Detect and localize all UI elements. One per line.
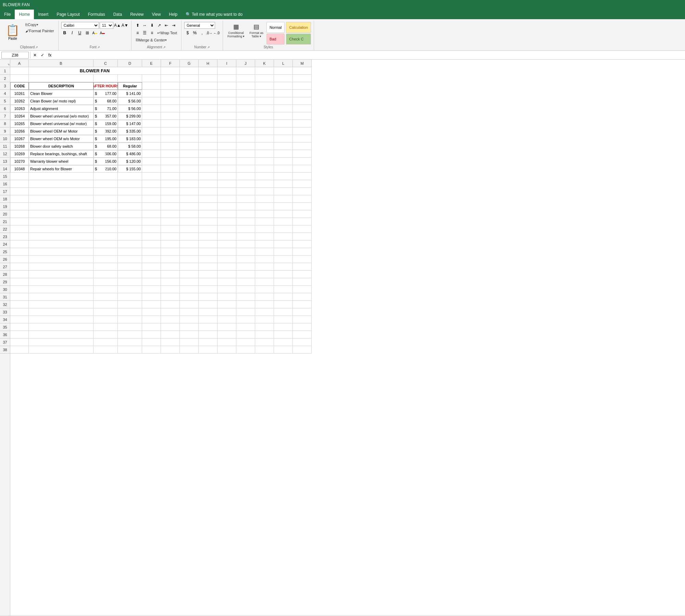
cell-C-dollar-10[interactable]: $ xyxy=(94,135,105,143)
cell-J24[interactable] xyxy=(236,241,255,248)
cell-A7[interactable]: 10264 xyxy=(10,112,29,120)
row-header-19[interactable]: 19 xyxy=(0,203,10,210)
cell-C27[interactable] xyxy=(94,263,118,271)
cell-M31[interactable] xyxy=(293,293,312,301)
cell-H2[interactable] xyxy=(199,75,217,82)
row-header-36[interactable]: 36 xyxy=(0,331,10,338)
cell-M21[interactable] xyxy=(293,218,312,225)
cell-E27[interactable] xyxy=(142,263,161,271)
menu-search[interactable]: 🔍 Tell me what you want to do xyxy=(182,10,247,19)
cell-A2[interactable] xyxy=(10,75,29,82)
cell-F7[interactable] xyxy=(161,112,180,120)
cell-L35[interactable] xyxy=(274,323,293,331)
border-button[interactable]: ⊞ xyxy=(84,29,91,36)
cell-K26[interactable] xyxy=(255,256,274,263)
cell-D22[interactable] xyxy=(118,225,142,233)
cell-L13[interactable] xyxy=(274,158,293,165)
cell-C25[interactable] xyxy=(94,248,118,256)
cell-A13[interactable]: 10270 xyxy=(10,158,29,165)
cell-D36[interactable] xyxy=(118,331,142,338)
cell-L31[interactable] xyxy=(274,293,293,301)
cell-E14[interactable] xyxy=(142,165,161,173)
cell-K37[interactable] xyxy=(255,338,274,346)
cell-G22[interactable] xyxy=(180,225,199,233)
cell-A26[interactable] xyxy=(10,256,29,263)
cell-M18[interactable] xyxy=(293,195,312,203)
cell-B9[interactable]: Blower wheel OEM w/ Motor xyxy=(29,127,94,135)
cell-C37[interactable] xyxy=(94,338,118,346)
cell-D35[interactable] xyxy=(118,323,142,331)
cell-I2[interactable] xyxy=(217,75,236,82)
cell-M33[interactable] xyxy=(293,308,312,316)
cell-B29[interactable] xyxy=(29,278,94,286)
cell-J21[interactable] xyxy=(236,218,255,225)
row-header-1[interactable]: 1 xyxy=(0,67,10,75)
menu-page-layout[interactable]: Page Layout xyxy=(52,10,84,19)
cell-D3[interactable]: Regular xyxy=(118,82,142,90)
row-header-38[interactable]: 38 xyxy=(0,346,10,354)
cell-I7[interactable] xyxy=(217,112,236,120)
cell-C23[interactable] xyxy=(94,233,118,241)
cell-A17[interactable] xyxy=(10,188,29,195)
cell-I36[interactable] xyxy=(217,331,236,338)
cell-M14[interactable] xyxy=(293,165,312,173)
cell-C-dollar-5[interactable]: $ xyxy=(94,97,105,105)
row-header-26[interactable]: 26 xyxy=(0,256,10,263)
cell-F30[interactable] xyxy=(161,286,180,293)
cell-J20[interactable] xyxy=(236,210,255,218)
cell-G24[interactable] xyxy=(180,241,199,248)
bad-style-box[interactable]: Bad xyxy=(266,34,285,45)
cell-B38[interactable] xyxy=(29,346,94,354)
menu-review[interactable]: Review xyxy=(126,10,148,19)
cell-G18[interactable] xyxy=(180,195,199,203)
cell-I29[interactable] xyxy=(217,278,236,286)
row-header-28[interactable]: 28 xyxy=(0,271,10,278)
cell-K29[interactable] xyxy=(255,278,274,286)
col-header-I[interactable]: I xyxy=(217,60,236,67)
cell-K34[interactable] xyxy=(255,316,274,323)
cell-C26[interactable] xyxy=(94,256,118,263)
row-header-34[interactable]: 34 xyxy=(0,316,10,323)
cell-E30[interactable] xyxy=(142,286,161,293)
cell-G25[interactable] xyxy=(180,248,199,256)
cell-H27[interactable] xyxy=(199,263,217,271)
cell-L5[interactable] xyxy=(274,97,293,105)
cell-C16[interactable] xyxy=(94,180,118,188)
cell-H35[interactable] xyxy=(199,323,217,331)
cell-I31[interactable] xyxy=(217,293,236,301)
number-format-select[interactable]: General xyxy=(184,22,215,29)
cell-M5[interactable] xyxy=(293,97,312,105)
cell-A19[interactable] xyxy=(10,203,29,210)
cell-H28[interactable] xyxy=(199,271,217,278)
cell-I3[interactable] xyxy=(217,82,236,90)
cell-I22[interactable] xyxy=(217,225,236,233)
cell-L36[interactable] xyxy=(274,331,293,338)
cell-J2[interactable] xyxy=(236,75,255,82)
row-header-27[interactable]: 27 xyxy=(0,263,10,271)
cell-C28[interactable] xyxy=(94,271,118,278)
cell-M36[interactable] xyxy=(293,331,312,338)
cell-K28[interactable] xyxy=(255,271,274,278)
cell-F15[interactable] xyxy=(161,173,180,180)
cell-H30[interactable] xyxy=(199,286,217,293)
row-header-21[interactable]: 21 xyxy=(0,218,10,225)
cell-I5[interactable] xyxy=(217,97,236,105)
decrease-decimal-btn[interactable]: ←.0 xyxy=(213,29,220,36)
cell-F10[interactable] xyxy=(161,135,180,143)
cell-G13[interactable] xyxy=(180,158,199,165)
cell-J27[interactable] xyxy=(236,263,255,271)
cell-J9[interactable] xyxy=(236,127,255,135)
row-header-22[interactable]: 22 xyxy=(0,225,10,233)
cell-M20[interactable] xyxy=(293,210,312,218)
cell-J33[interactable] xyxy=(236,308,255,316)
cell-C-dollar-4[interactable]: $ xyxy=(94,90,105,97)
cell-I24[interactable] xyxy=(217,241,236,248)
cell-I11[interactable] xyxy=(217,143,236,150)
cell-M6[interactable] xyxy=(293,105,312,112)
cell-K33[interactable] xyxy=(255,308,274,316)
cell-L6[interactable] xyxy=(274,105,293,112)
cell-G36[interactable] xyxy=(180,331,199,338)
cell-L9[interactable] xyxy=(274,127,293,135)
row-header-13[interactable]: 13 xyxy=(0,158,10,165)
cell-G5[interactable] xyxy=(180,97,199,105)
